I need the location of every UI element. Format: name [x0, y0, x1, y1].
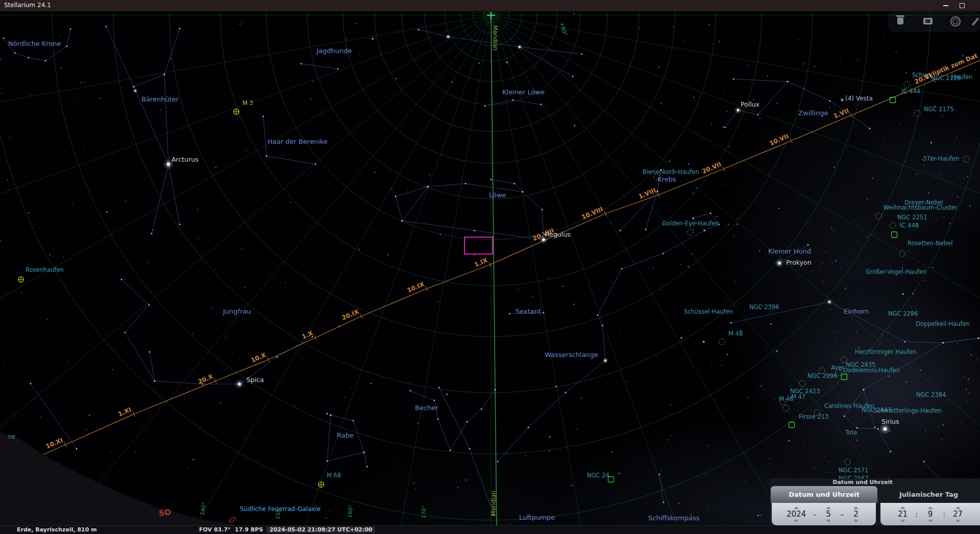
open-cluster-marker-icon[interactable] — [904, 82, 910, 88]
star-point — [943, 342, 944, 343]
dso-label: Tote — [845, 429, 857, 436]
star — [187, 468, 188, 469]
bright-star[interactable] — [604, 360, 606, 362]
star — [166, 366, 167, 367]
maximize-button[interactable] — [953, 0, 971, 11]
star — [748, 397, 749, 398]
second-up-arrow[interactable] — [955, 506, 961, 509]
open-cluster-marker-icon[interactable] — [687, 229, 693, 235]
screen-overlay-toolbar — [888, 12, 980, 32]
nebula-marker-icon[interactable] — [789, 422, 795, 428]
dso-label: M 48 — [728, 330, 743, 337]
star — [651, 181, 651, 182]
sky-view[interactable]: 10.XI1.XI20.X10.X1.X20.IX10.IX1.IX20.VII… — [0, 0, 980, 534]
month-down-arrow[interactable] — [826, 520, 831, 522]
bright-star[interactable] — [447, 36, 449, 38]
open-cluster-marker-icon[interactable] — [783, 405, 789, 411]
day-down-arrow[interactable] — [853, 520, 859, 522]
second-down-arrow[interactable] — [955, 520, 961, 522]
target-icon[interactable] — [950, 16, 961, 27]
trash-icon[interactable] — [897, 17, 903, 24]
star — [60, 67, 61, 68]
star-point — [179, 224, 180, 225]
hour-up-arrow[interactable] — [900, 506, 905, 509]
minute-down-arrow[interactable] — [928, 520, 933, 522]
star-point — [645, 229, 646, 230]
minute-up-arrow[interactable] — [928, 506, 933, 509]
star — [451, 81, 452, 82]
star — [973, 446, 974, 447]
day-up-arrow[interactable] — [853, 506, 859, 509]
star — [722, 184, 723, 185]
star-label: Sirius — [881, 418, 899, 425]
year-up-arrow[interactable] — [794, 506, 799, 509]
dso-label: Schu — [912, 71, 926, 79]
star — [719, 405, 720, 406]
month-value[interactable]: 5 — [826, 511, 831, 518]
open-cluster-marker-icon[interactable] — [719, 339, 725, 345]
minute-value[interactable]: 9 — [928, 511, 933, 518]
year-down-arrow[interactable] — [794, 520, 799, 522]
star — [912, 293, 913, 294]
star — [941, 439, 942, 440]
star — [925, 430, 926, 431]
arcturus-star[interactable] — [167, 163, 170, 166]
open-cluster-marker-icon[interactable] — [844, 459, 850, 465]
nebula-marker-icon[interactable] — [842, 374, 847, 380]
star — [958, 457, 958, 458]
star — [924, 281, 925, 282]
galaxy-marker-icon[interactable] — [229, 517, 236, 523]
star — [815, 287, 816, 287]
star — [3, 362, 4, 363]
star-point — [149, 304, 150, 306]
sirius-star[interactable] — [883, 427, 887, 430]
star — [571, 485, 572, 486]
open-cluster-marker-icon[interactable] — [875, 213, 881, 219]
star — [737, 224, 738, 225]
open-cluster-marker-icon[interactable] — [890, 222, 896, 228]
star — [776, 350, 777, 351]
nebula-marker-icon[interactable] — [892, 232, 897, 238]
year-value[interactable]: 2024 — [787, 511, 806, 518]
star — [0, 240, 1, 241]
bright-star[interactable] — [828, 301, 830, 303]
star — [858, 224, 859, 225]
star — [771, 316, 772, 317]
bright-star[interactable] — [519, 46, 521, 48]
pencil-icon[interactable] — [971, 17, 979, 26]
prokyon-star[interactable] — [778, 262, 781, 265]
star — [708, 351, 709, 351]
star — [232, 353, 233, 353]
star-label: Prokyon — [786, 259, 812, 266]
tab-datum-und-uhrzeit[interactable]: Datum und Uhrzeit — [771, 486, 877, 503]
star-point — [829, 100, 830, 101]
month-up-arrow[interactable] — [826, 506, 831, 509]
day-value[interactable]: 2 — [853, 511, 859, 518]
star-point — [659, 474, 660, 475]
vesta-star[interactable] — [842, 99, 843, 101]
datetime-status[interactable]: 2024-05-02 21:09:27 UTC+02:00 — [266, 526, 375, 533]
second-value[interactable]: 27 — [953, 511, 963, 518]
star — [774, 449, 775, 450]
sky-canvas[interactable]: 10.XI1.XI20.X10.X1.X20.IX10.IX1.IX20.VII… — [0, 0, 980, 534]
star — [429, 175, 430, 176]
star — [967, 175, 968, 176]
hour-value[interactable]: 21 — [898, 511, 908, 518]
regulus-star[interactable] — [542, 238, 545, 241]
ecliptic-date-label: 10.IX — [406, 281, 425, 294]
open-cluster-marker-icon[interactable] — [963, 156, 969, 162]
star — [950, 400, 950, 400]
star — [170, 58, 172, 60]
star — [371, 383, 372, 384]
spica-star[interactable] — [238, 383, 241, 386]
minimize-button[interactable] — [937, 0, 954, 11]
screen-icon[interactable] — [923, 18, 933, 24]
star — [907, 464, 908, 465]
star — [506, 469, 507, 470]
pollux-star[interactable] — [737, 109, 740, 112]
bright-star[interactable] — [134, 90, 136, 91]
tab-julianischer-tag[interactable]: Julianischer Tag — [877, 486, 980, 503]
location-status[interactable]: Erde, Bayrischzell, 810 m — [17, 526, 97, 533]
hour-down-arrow[interactable] — [900, 520, 905, 522]
star — [744, 145, 745, 146]
